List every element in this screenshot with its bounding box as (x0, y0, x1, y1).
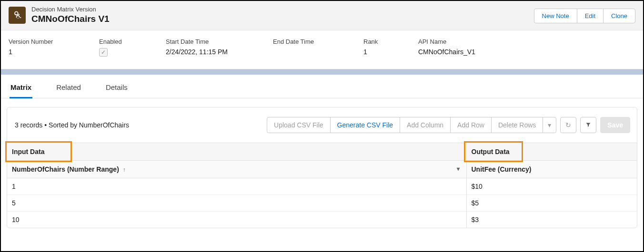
header-actions: New Note Edit Clone (534, 9, 635, 23)
matrix-table: Input Data Output Data NumberOfChairs (N… (7, 143, 637, 228)
tabs: Matrix Related Details (1, 75, 643, 98)
cell-input[interactable]: 1 (7, 178, 466, 195)
records-text: 3 records • Sorted by NumberOfChairs (15, 121, 129, 129)
tab-matrix[interactable]: Matrix (10, 81, 32, 98)
field-value: ✓ (99, 48, 166, 57)
title-block: Decision Matrix Version CMNoOfChairs V1 (31, 6, 110, 24)
column-header-input[interactable]: NumberOfChairs (Number Range) ↑ ▾ (7, 161, 466, 178)
more-menu-button[interactable]: ▾ (543, 117, 556, 133)
field-label: Version Number (9, 38, 99, 45)
add-column-button[interactable]: Add Column (400, 117, 451, 133)
field-label: Rank (363, 38, 418, 45)
toolbar-button-group: Upload CSV File Generate CSV File Add Co… (267, 117, 556, 133)
generate-csv-button[interactable]: Generate CSV File (330, 117, 401, 133)
details-row: Version Number 1 Enabled ✓ Start Date Ti… (1, 30, 643, 69)
refresh-button[interactable]: ↻ (560, 117, 576, 133)
filter-icon (585, 122, 591, 127)
field-value: 2/24/2022, 11:15 PM (166, 48, 273, 56)
new-note-button[interactable]: New Note (534, 9, 577, 23)
page-header: Decision Matrix Version CMNoOfChairs V1 … (1, 1, 643, 30)
cell-input[interactable]: 5 (7, 195, 466, 212)
matrix-toolbar: 3 records • Sorted by NumberOfChairs Upl… (7, 107, 637, 143)
column-label: NumberOfChairs (Number Range) (12, 165, 119, 173)
edit-button[interactable]: Edit (577, 9, 604, 23)
table-row[interactable]: 10 $3 (7, 212, 637, 228)
field-rank: Rank 1 (363, 38, 418, 57)
cell-output[interactable]: $5 (466, 195, 637, 212)
section-label: Input Data (12, 148, 44, 155)
add-row-button[interactable]: Add Row (450, 117, 492, 133)
section-divider (1, 69, 643, 75)
field-version-number: Version Number 1 (9, 38, 99, 57)
column-label: UnitFee (Currency) (472, 165, 532, 173)
gears-icon (12, 10, 22, 20)
tab-details[interactable]: Details (105, 81, 129, 98)
table-row[interactable]: 5 $5 (7, 195, 637, 212)
record-subtitle: Decision Matrix Version (31, 6, 110, 13)
table-row[interactable]: 1 $10 (7, 178, 637, 195)
caret-down-icon: ▾ (548, 121, 551, 129)
field-value: 1 (363, 48, 418, 56)
chevron-down-icon[interactable]: ▾ (457, 165, 460, 172)
delete-rows-button[interactable]: Delete Rows (491, 117, 543, 133)
field-enabled: Enabled ✓ (99, 38, 166, 57)
field-start-date-time: Start Date Time 2/24/2022, 11:15 PM (166, 38, 273, 57)
record-type-icon (9, 7, 26, 24)
field-label: End Date Time (273, 38, 363, 45)
section-header-input: Input Data (7, 143, 466, 161)
save-button[interactable]: Save (600, 117, 630, 133)
section-label: Output Data (472, 148, 510, 155)
column-header-output[interactable]: UnitFee (Currency) (466, 161, 637, 178)
sort-asc-icon: ↑ (123, 166, 126, 173)
record-title: CMNoOfChairs V1 (31, 14, 110, 24)
field-label: Enabled (99, 38, 166, 45)
filter-button[interactable] (580, 117, 596, 133)
cell-input[interactable]: 10 (7, 212, 466, 228)
cell-output[interactable]: $10 (466, 178, 637, 195)
upload-csv-button[interactable]: Upload CSV File (267, 117, 331, 133)
checkbox-checked-icon: ✓ (99, 48, 108, 57)
cell-output[interactable]: $3 (466, 212, 637, 228)
field-value: CMNoOfChairs_V1 (418, 48, 635, 56)
field-label: Start Date Time (166, 38, 273, 45)
tab-related[interactable]: Related (55, 81, 82, 98)
clone-button[interactable]: Clone (603, 9, 635, 23)
section-header-output: Output Data (466, 143, 637, 161)
field-api-name: API Name CMNoOfChairs_V1 (418, 38, 635, 57)
refresh-icon: ↻ (565, 121, 571, 129)
matrix-panel: 3 records • Sorted by NumberOfChairs Upl… (7, 107, 637, 228)
field-value: 1 (9, 48, 99, 56)
field-end-date-time: End Date Time (273, 38, 363, 57)
field-label: API Name (418, 38, 635, 45)
